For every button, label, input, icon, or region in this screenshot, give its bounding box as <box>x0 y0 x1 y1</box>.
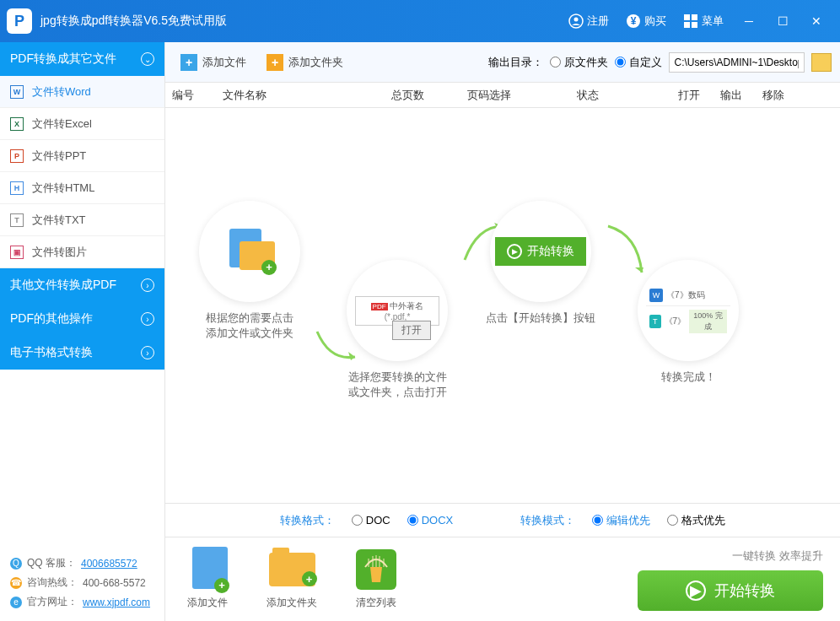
svg-text:¥: ¥ <box>631 15 637 27</box>
sidebar-item-html[interactable]: H文件转HTML <box>0 172 164 204</box>
register-button[interactable]: 注册 <box>560 0 617 42</box>
category-pdf-operations[interactable]: PDF的其他操作› <box>0 302 164 336</box>
output-path-input[interactable] <box>669 52 805 73</box>
word-icon: W <box>10 85 24 99</box>
yen-icon: ¥ <box>626 14 641 29</box>
buy-button[interactable]: ¥购买 <box>617 0 675 42</box>
step3-illustration: ▶开始转换 <box>490 201 591 302</box>
sidebar-item-txt[interactable]: T文件转TXT <box>0 204 164 236</box>
add-folder-button[interactable]: +添加文件夹 <box>260 51 350 74</box>
play-icon: ▶ <box>686 580 706 601</box>
bottom-bar: + 添加文件 + 添加文件夹 清空列表 一键转换 效率提升 ▶ 开始转换 <box>165 537 840 621</box>
contact-info: QQQ 客服：4006685572 ☎咨询热线：400-668-5572 e官方… <box>0 549 164 621</box>
sidebar: PDF转换成其它文件⌄ W文件转Word X文件转Excel P文件转PPT H… <box>0 42 164 621</box>
radio-doc[interactable]: DOC <box>352 514 390 526</box>
start-convert-button[interactable]: ▶ 开始转换 <box>638 570 823 611</box>
radio-original-folder[interactable]: 原文件夹 <box>550 55 608 70</box>
category-other-to-pdf[interactable]: 其他文件转换成PDF› <box>0 268 164 302</box>
svg-rect-4 <box>684 14 690 20</box>
svg-rect-7 <box>692 22 697 28</box>
grid-icon <box>683 14 698 29</box>
add-folder-big-button[interactable]: + 添加文件夹 <box>267 548 317 610</box>
image-icon: ▣ <box>10 246 24 259</box>
radio-docx[interactable]: DOCX <box>407 514 454 526</box>
phone-icon: ☎ <box>10 577 22 589</box>
guide-area: + 根据您的需要点击 添加文件或文件夹 PDF 中外著名(*.pdf,* 打开 … <box>165 108 840 503</box>
minimize-button[interactable]: ─ <box>732 0 766 42</box>
format-label: 转换格式： <box>280 513 335 528</box>
category-pdf-to-other[interactable]: PDF转换成其它文件⌄ <box>0 42 164 76</box>
browse-folder-button[interactable] <box>811 53 832 72</box>
step4-illustration: W《7》数码 T《7》100% 完成 <box>638 260 739 361</box>
app-title: jpg转换成pdf转换器V6.5免费试用版 <box>40 14 560 29</box>
mode-label: 转换模式： <box>520 513 575 528</box>
radio-format-priority[interactable]: 格式优先 <box>667 513 725 528</box>
qq-link[interactable]: 4006685572 <box>81 558 137 570</box>
sidebar-item-image[interactable]: ▣文件转图片 <box>0 236 164 268</box>
globe-icon: e <box>10 597 22 608</box>
site-link[interactable]: www.xjpdf.com <box>83 597 150 608</box>
output-label: 输出目录： <box>488 55 543 70</box>
radio-custom[interactable]: 自定义 <box>615 55 662 70</box>
close-button[interactable]: ✕ <box>800 0 833 42</box>
category-ebook[interactable]: 电子书格式转换› <box>0 336 164 370</box>
clear-list-button[interactable]: 清空列表 <box>351 548 401 610</box>
step1-illustration: + <box>199 201 300 302</box>
app-logo-icon: P <box>7 8 32 34</box>
html-icon: H <box>10 181 24 195</box>
add-file-button[interactable]: +添加文件 <box>174 51 253 74</box>
txt-icon: T <box>10 213 24 227</box>
excel-icon: X <box>10 117 24 131</box>
radio-edit-priority[interactable]: 编辑优先 <box>592 513 650 528</box>
sidebar-item-ppt[interactable]: P文件转PPT <box>0 140 164 172</box>
step2-illustration: PDF 中外著名(*.pdf,* 打开 <box>347 260 448 361</box>
sidebar-item-excel[interactable]: X文件转Excel <box>0 108 164 140</box>
qq-icon: Q <box>10 558 22 570</box>
table-headers: 编号 文件名称 总页数 页码选择 状态 打开 输出 移除 <box>165 83 840 108</box>
plus-icon: + <box>180 54 197 71</box>
svg-rect-6 <box>684 22 690 28</box>
add-file-big-button[interactable]: + 添加文件 <box>182 548 233 610</box>
toolbar: +添加文件 +添加文件夹 输出目录： 原文件夹 自定义 <box>165 42 840 83</box>
plus-icon: + <box>267 54 283 71</box>
titlebar: P jpg转换成pdf转换器V6.5免费试用版 注册 ¥购买 菜单 ─ ☐ ✕ <box>0 0 840 42</box>
svg-point-1 <box>574 18 579 22</box>
user-icon <box>568 14 584 29</box>
chevron-right-icon: › <box>141 312 154 326</box>
menu-button[interactable]: 菜单 <box>675 0 732 42</box>
slogan: 一键转换 效率提升 <box>638 548 823 564</box>
sidebar-item-word[interactable]: W文件转Word <box>0 76 164 108</box>
chevron-right-icon: › <box>141 278 154 292</box>
maximize-button[interactable]: ☐ <box>766 0 800 42</box>
svg-rect-5 <box>692 14 697 20</box>
chevron-down-icon: ⌄ <box>141 52 154 66</box>
ppt-icon: P <box>10 149 24 163</box>
format-bar: 转换格式： DOC DOCX 转换模式： 编辑优先 格式优先 <box>165 503 840 537</box>
chevron-right-icon: › <box>141 346 154 359</box>
